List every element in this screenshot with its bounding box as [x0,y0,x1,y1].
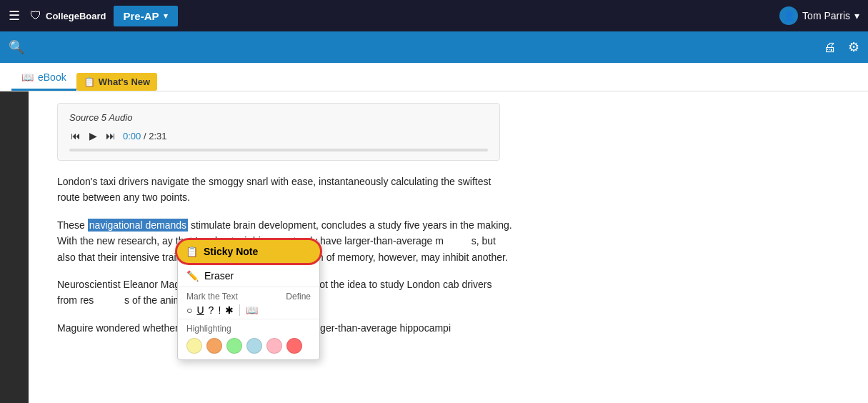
whats-new-icon: 📋 [84,76,95,87]
asterisk-mark-icon[interactable]: ✱ [225,304,234,316]
rewind-button[interactable]: ⏮ [69,129,82,143]
audio-controls: ⏮ ▶ ⏭ 0:00 / 2:31 [69,129,488,143]
audio-progress-bar[interactable] [69,149,488,151]
color-red[interactable] [286,338,302,354]
collegeboard-logo: 🛡 CollegeBoard [30,9,106,22]
exclamation-mark-icon[interactable]: ! [218,304,221,316]
print-icon[interactable]: 🖨 [824,40,837,55]
mark-divider [239,304,240,316]
color-orange[interactable] [206,338,222,354]
tab-whats-new-label: What's New [99,76,150,87]
sticky-note-label: Sticky Note [204,246,258,257]
ebook-icon: 📖 [21,71,34,83]
color-green[interactable] [226,338,242,354]
hamburger-menu-icon[interactable]: ☰ [9,8,20,24]
circle-mark-icon[interactable]: ○ [186,304,192,316]
user-name: Tom Parris [802,10,850,21]
mark-the-text-label: Mark the Text [186,292,238,302]
define-label: Define [286,292,311,302]
total-time: 2:31 [149,131,166,141]
define-book-icon[interactable]: 📖 [246,304,258,316]
tab-bar: 📖 eBook 📋 What's New [0,63,868,91]
highlighting-label: Highlighting [186,324,311,334]
context-menu-popup: 📋 Sticky Note ✏️ Eraser Mark the Text De… [177,240,320,360]
audio-player: Source 5 Audio ⏮ ▶ ⏭ 0:00 / 2:31 [57,103,500,161]
mark-icons-row: ○ U ? ! ✱ 📖 [186,304,311,316]
underline-mark-icon[interactable]: U [196,304,204,316]
user-avatar-icon: 👤 [779,6,798,25]
top-nav-bar: ☰ 🛡 CollegeBoard Pre-AP ▾ 👤 Tom Parris ▾ [0,0,868,31]
sticky-note-icon: 📋 [186,246,198,257]
question-mark-icon[interactable]: ? [209,304,214,316]
color-yellow[interactable] [186,338,202,354]
content-area[interactable]: Source 5 Audio ⏮ ▶ ⏭ 0:00 / 2:31 London'… [29,91,868,403]
mark-the-text-section: Mark the Text Define ○ U ? ! ✱ 📖 [178,287,319,319]
current-time: 0:00 [123,131,141,141]
user-menu[interactable]: 👤 Tom Parris ▾ [779,6,859,25]
settings-icon[interactable]: ⚙ [848,39,859,55]
color-swatches [186,338,311,354]
highlighting-section: Highlighting [178,319,319,359]
audio-title: Source 5 Audio [69,112,488,123]
audio-time: 0:00 / 2:31 [123,131,166,141]
collegeboard-text: CollegeBoard [46,11,106,21]
tab-whats-new[interactable]: 📋 What's New [76,73,157,91]
shield-icon: 🛡 [30,9,41,22]
color-blue[interactable] [246,338,262,354]
paragraph-1: London's taxi drivers navigate the smogg… [57,174,514,206]
tab-ebook-label: eBook [38,71,66,83]
preap-dropdown-button[interactable]: Pre-AP ▾ [114,6,178,26]
preap-label: Pre-AP [124,10,159,22]
paragraph-2-start: These [57,219,88,231]
left-sidebar [0,91,29,403]
search-icon[interactable]: 🔍 [9,39,24,55]
highlighted-text: navigational demands [88,219,188,232]
tab-ebook[interactable]: 📖 eBook [11,66,76,91]
color-pink[interactable] [266,338,282,354]
user-chevron-icon: ▾ [854,10,859,21]
paragraph-1-text: London's taxi drivers navigate the smogg… [57,176,491,203]
eraser-menu-item[interactable]: ✏️ Eraser [178,265,319,287]
secondary-toolbar: 🔍 🖨 ⚙ [0,31,868,63]
mark-label-row: Mark the Text Define [186,292,311,302]
preap-chevron-icon: ▾ [164,11,168,21]
main-content: Source 5 Audio ⏮ ▶ ⏭ 0:00 / 2:31 London'… [0,91,868,403]
fast-forward-button[interactable]: ⏭ [104,129,117,143]
sticky-note-menu-item[interactable]: 📋 Sticky Note [175,238,322,265]
eraser-icon: ✏️ [186,270,199,282]
play-button[interactable]: ▶ [88,129,99,143]
eraser-label: Eraser [204,270,234,282]
